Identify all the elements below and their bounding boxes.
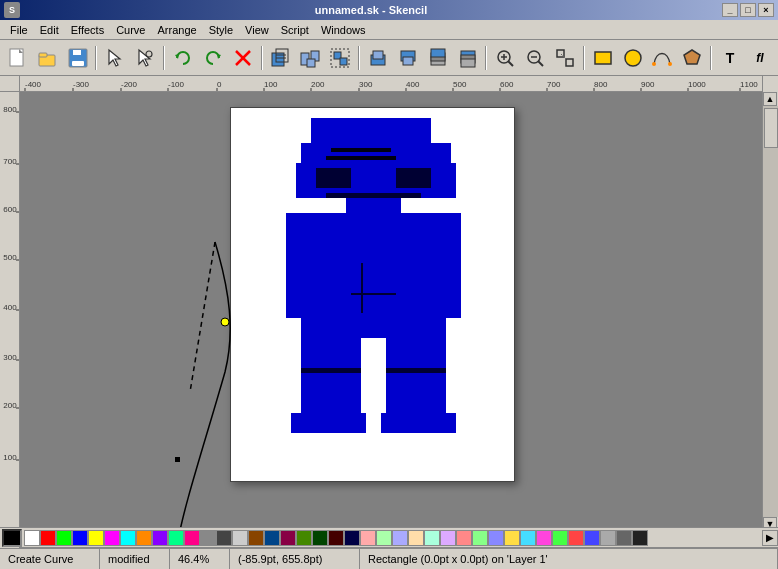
color-darkred[interactable]: [328, 530, 344, 546]
vscroll-top: [762, 76, 778, 92]
svg-line-35: [508, 61, 513, 66]
zoom-out-button[interactable]: [521, 44, 549, 72]
svg-rect-117: [386, 338, 446, 413]
toolbar-sep-6: [583, 46, 585, 70]
vscroll-thumb[interactable]: [764, 108, 778, 148]
zoom-in-button[interactable]: [491, 44, 519, 72]
svg-text:-300: -300: [73, 80, 90, 89]
menu-script[interactable]: Script: [275, 22, 315, 38]
new-button[interactable]: [4, 44, 32, 72]
color-cyan[interactable]: [120, 530, 136, 546]
color-olive[interactable]: [296, 530, 312, 546]
menu-edit[interactable]: Edit: [34, 22, 65, 38]
undo-button[interactable]: [169, 44, 197, 72]
toolbar-sep-2: [163, 46, 165, 70]
menu-view[interactable]: View: [239, 22, 275, 38]
color-darkpink[interactable]: [280, 530, 296, 546]
ungroup-button[interactable]: [326, 44, 354, 72]
color-mint[interactable]: [168, 530, 184, 546]
color-silver[interactable]: [600, 530, 616, 546]
titlebar-controls[interactable]: _ □ ×: [722, 3, 774, 17]
save-button[interactable]: [64, 44, 92, 72]
curve-tool[interactable]: [649, 44, 677, 72]
color-darkblue[interactable]: [264, 530, 280, 546]
vscroll-up-button[interactable]: ▲: [763, 92, 777, 106]
color-magenta[interactable]: [104, 530, 120, 546]
menu-effects[interactable]: Effects: [65, 22, 110, 38]
color-orange[interactable]: [136, 530, 152, 546]
color-gold[interactable]: [504, 530, 520, 546]
fit-button[interactable]: [551, 44, 579, 72]
minimize-button[interactable]: _: [722, 3, 738, 17]
menu-style[interactable]: Style: [203, 22, 239, 38]
color-pink[interactable]: [184, 530, 200, 546]
color-lightgray[interactable]: [232, 530, 248, 546]
open-button[interactable]: [34, 44, 62, 72]
color-salmon[interactable]: [456, 530, 472, 546]
drawing-page: [230, 107, 515, 482]
color-green[interactable]: [56, 530, 72, 546]
ellipse-tool[interactable]: [619, 44, 647, 72]
color-hotpink[interactable]: [536, 530, 552, 546]
palette-scroll-right[interactable]: ▶: [762, 530, 778, 546]
color-red[interactable]: [40, 530, 56, 546]
color-lightgreen[interactable]: [376, 530, 392, 546]
color-royalblue[interactable]: [584, 530, 600, 546]
vscroll-track[interactable]: [763, 106, 778, 517]
color-gray[interactable]: [200, 530, 216, 546]
titlebar-icon: S: [4, 2, 20, 18]
svg-text:600: 600: [500, 80, 514, 89]
vscroll[interactable]: ▲ ▼: [762, 92, 778, 531]
color-nearblack[interactable]: [632, 530, 648, 546]
color-brown[interactable]: [248, 530, 264, 546]
color-neongreen[interactable]: [552, 530, 568, 546]
svg-text:1100: 1100: [740, 80, 758, 89]
polygon-tool[interactable]: [678, 44, 706, 72]
select-button[interactable]: [101, 44, 129, 72]
foreground-color[interactable]: [2, 529, 22, 547]
color-darkgreen[interactable]: [312, 530, 328, 546]
text-tool[interactable]: T: [716, 44, 744, 72]
color-yellow[interactable]: [88, 530, 104, 546]
toolbar-sep-3: [261, 46, 263, 70]
color-periwinkle[interactable]: [488, 530, 504, 546]
svg-rect-42: [566, 59, 573, 66]
color-lavender[interactable]: [440, 530, 456, 546]
close-button[interactable]: ×: [758, 3, 774, 17]
duplicate-button[interactable]: [267, 44, 295, 72]
color-sky[interactable]: [520, 530, 536, 546]
color-dimgray[interactable]: [616, 530, 632, 546]
color-darkgray[interactable]: [216, 530, 232, 546]
canvas-area[interactable]: [20, 92, 762, 531]
lower-bottom-button[interactable]: [454, 44, 482, 72]
rectangle-tool[interactable]: [589, 44, 617, 72]
color-white[interactable]: [24, 530, 40, 546]
lower-button[interactable]: [394, 44, 422, 72]
arrow-button[interactable]: [131, 44, 159, 72]
color-blue[interactable]: [72, 530, 88, 546]
group-button[interactable]: [296, 44, 324, 72]
color-tomato[interactable]: [568, 530, 584, 546]
menu-curve[interactable]: Curve: [110, 22, 151, 38]
color-peach[interactable]: [408, 530, 424, 546]
fi-tool[interactable]: fI: [746, 44, 774, 72]
svg-marker-10: [175, 54, 179, 59]
svg-marker-11: [217, 54, 221, 59]
svg-rect-118: [291, 413, 366, 433]
color-aqua[interactable]: [424, 530, 440, 546]
maximize-button[interactable]: □: [740, 3, 756, 17]
svg-rect-20: [307, 59, 315, 67]
color-navy[interactable]: [344, 530, 360, 546]
raise-top-button[interactable]: [424, 44, 452, 72]
delete-button[interactable]: [229, 44, 257, 72]
raise-button[interactable]: [364, 44, 392, 72]
toolbar: T fI: [0, 40, 778, 76]
menu-windows[interactable]: Windows: [315, 22, 372, 38]
color-lime[interactable]: [472, 530, 488, 546]
color-purple[interactable]: [152, 530, 168, 546]
menu-arrange[interactable]: Arrange: [151, 22, 202, 38]
color-lightred[interactable]: [360, 530, 376, 546]
menu-file[interactable]: File: [4, 22, 34, 38]
color-lightblue[interactable]: [392, 530, 408, 546]
redo-button[interactable]: [199, 44, 227, 72]
